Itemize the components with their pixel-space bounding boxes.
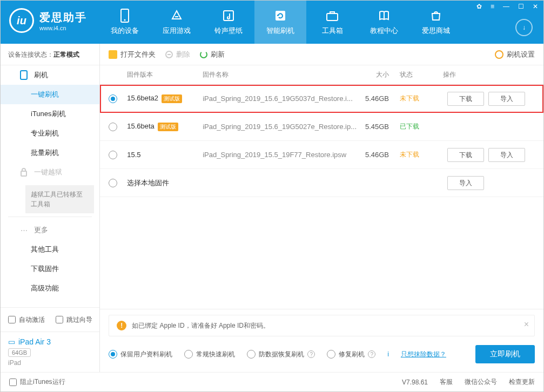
sidebar-item-other[interactable]: 其他工具 xyxy=(1,240,99,259)
wechat-link[interactable]: 微信公众号 xyxy=(465,377,497,387)
auto-activate-row: 自动激活 跳过向导 xyxy=(1,312,99,327)
sidebar-flash-header[interactable]: 刷机 xyxy=(1,65,99,85)
jailbreak-note: 越狱工具已转移至工具箱 xyxy=(25,185,94,213)
skip-guide-checkbox[interactable] xyxy=(56,316,63,323)
device-type: iPad xyxy=(8,359,92,367)
device-card[interactable]: ▭iPad Air 3 64GB iPad xyxy=(1,332,99,372)
row-status: 已下载 xyxy=(400,123,419,130)
svg-rect-3 xyxy=(276,11,285,21)
main-content: 打开文件夹 删除 刷新 刷机设置 固件版本 固件名称 大小 状态 操作 15.6… xyxy=(100,44,543,372)
notice-bar: ! 如已绑定 Apple ID，请准备好 Apple ID和密码。 × xyxy=(109,315,535,336)
beta-tag: 测试版 xyxy=(162,94,182,103)
radio-icon[interactable] xyxy=(247,350,256,359)
table-header: 固件版本 固件名称 大小 状态 操作 xyxy=(100,65,543,85)
radio-icon[interactable] xyxy=(109,151,117,159)
sidebar-item-batch[interactable]: 批量刷机 xyxy=(1,143,99,163)
sidebar-item-pro[interactable]: 专业刷机 xyxy=(1,124,99,143)
support-link[interactable]: 客服 xyxy=(440,377,453,387)
book-icon xyxy=(377,9,391,23)
radio-icon[interactable] xyxy=(184,350,193,359)
toolbox-icon xyxy=(325,9,339,23)
tab-store[interactable]: 爱思商城 xyxy=(410,1,462,44)
firmware-list: 15.6beta2测试版iPad_Spring_2019_15.6_19G503… xyxy=(100,85,543,309)
block-itunes-label: 阻止iTunes运行 xyxy=(20,377,65,387)
sidebar-item-itunes[interactable]: iTunes刷机 xyxy=(1,104,99,124)
minimize-icon[interactable]: — xyxy=(501,2,512,11)
notice-close-icon[interactable]: × xyxy=(524,320,529,329)
flash-option[interactable]: 修复刷机? xyxy=(327,350,375,359)
import-button[interactable]: 导入 xyxy=(488,92,525,106)
more-icon: ⋯ xyxy=(19,225,29,235)
maximize-icon[interactable]: ☐ xyxy=(516,2,526,11)
divider xyxy=(8,217,92,217)
import-button[interactable]: 导入 xyxy=(488,148,525,162)
radio-icon[interactable] xyxy=(109,94,117,103)
check-update-link[interactable]: 检查更新 xyxy=(509,377,535,387)
flash-option[interactable]: 防数据恢复刷机? xyxy=(247,350,315,359)
version-label: V7.98.61 xyxy=(402,379,428,386)
sidebar-jailbreak: 一键越狱 xyxy=(1,163,99,182)
brand-url: www.i4.cn xyxy=(39,25,87,31)
tab-apps[interactable]: 应用游戏 xyxy=(151,1,203,44)
th-ops: 操作 xyxy=(443,70,535,79)
help-icon[interactable]: ? xyxy=(307,350,315,358)
table-row[interactable]: 15.6beta测试版iPad_Spring_2019_15.6_19G5027… xyxy=(100,113,543,141)
bag-icon xyxy=(429,9,443,23)
block-itunes-checkbox[interactable] xyxy=(9,379,17,386)
flash-option[interactable]: 保留用户资料刷机 xyxy=(109,350,172,359)
toolbar: 打开文件夹 删除 刷新 刷机设置 xyxy=(100,44,543,65)
table-row[interactable]: 15.5iPad_Spring_2019_15.5_19F77_Restore.… xyxy=(100,141,543,169)
close-icon[interactable]: ✕ xyxy=(530,2,540,11)
radio-icon[interactable] xyxy=(327,350,335,359)
download-indicator-icon[interactable]: ↓ xyxy=(515,19,533,36)
brand-name: 爱思助手 xyxy=(39,10,87,25)
lock-icon xyxy=(19,167,29,177)
flash-panel: ! 如已绑定 Apple ID，请准备好 Apple ID和密码。 × 保留用户… xyxy=(100,309,543,372)
device-name: iPad Air 3 xyxy=(18,337,51,346)
menu-icon[interactable]: ≡ xyxy=(488,2,496,11)
import-button[interactable]: 导入 xyxy=(447,176,484,190)
row-status: 未下载 xyxy=(400,94,419,102)
tab-tutorials[interactable]: 教程中心 xyxy=(358,1,410,44)
statusbar: 阻止iTunes运行 V7.98.61 客服 微信公众号 检查更新 xyxy=(1,372,543,391)
open-folder-button[interactable]: 打开文件夹 xyxy=(109,50,156,59)
gear-icon xyxy=(495,50,503,59)
refresh-button[interactable]: 刷新 xyxy=(200,50,225,59)
svg-rect-4 xyxy=(327,13,338,21)
flash-now-button[interactable]: 立即刷机 xyxy=(475,345,535,363)
tab-ringtones[interactable]: 铃声壁纸 xyxy=(203,1,254,44)
tab-toolbox[interactable]: 工具箱 xyxy=(306,1,358,44)
sidebar-item-oneclick[interactable]: 一键刷机 xyxy=(1,85,99,104)
row-version: 15.5 xyxy=(127,151,140,159)
settings-icon[interactable]: ✿ xyxy=(474,2,484,11)
info-icon[interactable]: i xyxy=(387,350,389,358)
help-icon[interactable]: ? xyxy=(368,350,375,358)
auto-activate-checkbox[interactable] xyxy=(8,316,16,323)
tab-my-device[interactable]: 我的设备 xyxy=(99,1,151,44)
logo: iu 爱思助手 www.i4.cn xyxy=(1,1,87,33)
row-status: 未下载 xyxy=(400,151,419,158)
refresh-icon xyxy=(273,9,287,23)
radio-icon[interactable] xyxy=(109,123,117,131)
warning-icon: ! xyxy=(117,321,126,330)
table-row[interactable]: 选择本地固件导入 xyxy=(100,169,543,197)
radio-icon[interactable] xyxy=(109,179,117,187)
tab-smart-flash[interactable]: 智能刷机 xyxy=(254,1,306,44)
table-row[interactable]: 15.6beta2测试版iPad_Spring_2019_15.6_19G503… xyxy=(100,85,543,113)
flash-option[interactable]: 常规快速刷机 xyxy=(184,350,235,359)
download-button[interactable]: 下载 xyxy=(447,148,484,162)
row-size: 5.46GB xyxy=(365,94,389,103)
flash-options: 保留用户资料刷机常规快速刷机防数据恢复刷机?修复刷机?i只想抹除数据？立即刷机 xyxy=(109,342,535,367)
sidebar-item-download-fw[interactable]: 下载固件 xyxy=(1,259,99,279)
radio-icon[interactable] xyxy=(109,350,117,359)
sidebar-more-header[interactable]: ⋯ 更多 xyxy=(1,220,99,240)
window-controls: ✿ ≡ — ☐ ✕ xyxy=(474,2,540,11)
sidebar: 设备连接状态：正常模式 刷机 一键刷机 iTunes刷机 专业刷机 批量刷机 一… xyxy=(1,44,100,372)
erase-data-link[interactable]: 只想抹除数据？ xyxy=(401,350,446,359)
sidebar-item-advanced[interactable]: 高级功能 xyxy=(1,279,99,298)
download-button[interactable]: 下载 xyxy=(447,92,484,106)
th-status: 状态 xyxy=(400,70,443,79)
refresh-icon xyxy=(200,51,207,58)
flash-settings-button[interactable]: 刷机设置 xyxy=(495,50,535,59)
delete-button[interactable]: 删除 xyxy=(165,50,190,59)
